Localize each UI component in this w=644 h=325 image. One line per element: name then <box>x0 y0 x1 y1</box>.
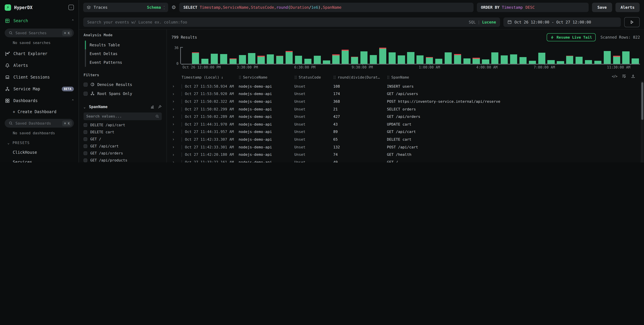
histogram-bar[interactable] <box>359 47 369 64</box>
preset-clickhouse[interactable]: ClickHouse <box>0 147 78 157</box>
histogram-bar[interactable] <box>331 47 341 64</box>
expand-row-icon[interactable]: › <box>172 145 182 149</box>
table-row[interactable]: › Oct 27 11:44:31.957 AM nodejs-demo-api… <box>172 128 640 136</box>
expand-row-icon[interactable]: › <box>172 99 182 104</box>
table-row[interactable]: › Oct 27 11:53:58.934 AM nodejs-demo-api… <box>172 83 640 90</box>
expand-row-icon[interactable]: › <box>172 92 182 96</box>
sidebar-item-client-sessions[interactable]: Client Sessions <box>0 71 78 83</box>
sidebar-item-alerts[interactable]: Alerts <box>0 60 78 71</box>
checkbox[interactable] <box>84 123 87 127</box>
event-search-input[interactable]: Search your events w/ Lucene ex. column:… <box>83 17 500 27</box>
checkbox[interactable] <box>84 130 87 134</box>
histogram-bar[interactable] <box>200 47 210 64</box>
resume-live-tail-button[interactable]: Resume Live Tail <box>547 33 596 41</box>
code-view-icon[interactable]: </> <box>612 74 617 78</box>
histogram-bar[interactable] <box>350 47 360 64</box>
histogram-bar[interactable] <box>294 47 303 64</box>
filter-value[interactable]: GET /api/products <box>84 157 162 163</box>
saved-dashboards-input[interactable]: Saved Dashboards ⌘ K <box>5 119 74 128</box>
histogram-bar[interactable] <box>256 47 266 64</box>
histogram-bar[interactable] <box>191 47 200 64</box>
histogram-bar[interactable] <box>500 47 509 64</box>
histogram-bar[interactable] <box>509 47 518 64</box>
filter-value[interactable]: DELETE /api/cart <box>84 122 162 129</box>
sidebar-item-search[interactable]: Search ⌃ <box>0 15 78 27</box>
histogram-bar[interactable] <box>369 47 378 64</box>
date-range-picker[interactable]: Oct 26 12:00:00 - Oct 27 12:00:00 <box>504 17 621 27</box>
filter-value[interactable]: GET /api/orders <box>84 150 162 157</box>
expand-row-icon[interactable]: › <box>172 137 182 142</box>
presets-toggle[interactable]: ⌄ PRESETS <box>0 138 78 147</box>
histogram-bar[interactable] <box>434 47 444 64</box>
expand-row-icon[interactable]: › <box>172 84 182 89</box>
table-row[interactable]: › Oct 27 11:44:31.970 AM nodejs-demo-api… <box>172 121 640 128</box>
sidebar-item-chart-explorer[interactable]: Chart Explorer <box>0 48 78 60</box>
drag-handle-icon[interactable] <box>333 75 336 79</box>
histogram-bar[interactable] <box>219 47 228 64</box>
histogram-bar[interactable] <box>453 47 462 64</box>
histogram-bar[interactable] <box>518 47 528 64</box>
histogram-bar[interactable] <box>528 47 537 64</box>
histogram-bar[interactable] <box>210 47 219 64</box>
column-header[interactable]: Timestamp (Local) ↓ <box>182 75 238 79</box>
table-row[interactable]: › Oct 27 11:33:22.161 AM nodejs-demo-api… <box>172 158 640 163</box>
histogram-bar[interactable] <box>341 47 350 64</box>
source-select[interactable]: Traces Schema ⌃⌄ <box>83 3 168 12</box>
histogram-bar[interactable] <box>584 47 593 64</box>
column-header[interactable]: ServiceName <box>238 75 294 79</box>
filter-value[interactable]: GET /api/cart <box>84 143 162 150</box>
histogram-bar[interactable] <box>546 47 556 64</box>
histogram-bar[interactable] <box>630 47 640 64</box>
analysis-mode-results-table[interactable]: Results Table <box>84 41 162 49</box>
histogram-bar[interactable] <box>574 47 584 64</box>
expand-row-icon[interactable]: › <box>172 122 182 127</box>
histogram-bar[interactable] <box>416 47 425 64</box>
events-histogram[interactable]: 36 0 <box>180 47 640 64</box>
histogram-bar[interactable] <box>444 47 453 64</box>
histogram-bar[interactable] <box>462 47 472 64</box>
order-by-input[interactable]: ORDER BY Timestamp DESC <box>477 3 589 12</box>
chart-icon[interactable] <box>150 105 154 109</box>
expand-row-icon[interactable]: › <box>172 114 182 119</box>
filter-value[interactable]: DELETE cart <box>84 129 162 136</box>
checkbox[interactable] <box>84 144 87 148</box>
histogram-bar[interactable] <box>182 47 191 64</box>
run-query-button[interactable] <box>624 17 640 27</box>
histogram-bar[interactable] <box>472 47 481 64</box>
toggle-denoise-results[interactable]: Denoise Results <box>84 80 162 89</box>
alerts-button[interactable]: Alerts <box>616 3 640 12</box>
histogram-bar[interactable] <box>565 47 574 64</box>
wrap-text-icon[interactable] <box>622 74 626 78</box>
toggle-root-spans-only[interactable]: Root Spans Only <box>84 89 162 98</box>
spanname-search-input[interactable]: Search values... <box>84 113 162 120</box>
histogram-bar[interactable] <box>612 47 621 64</box>
expand-row-icon[interactable]: › <box>172 107 182 112</box>
histogram-bar[interactable] <box>228 47 238 64</box>
table-row[interactable]: › Oct 27 11:53:58.920 AM nodejs-demo-api… <box>172 90 640 98</box>
sql-lucene-toggle[interactable]: SQL|Lucene <box>469 20 496 24</box>
save-button[interactable]: Save <box>592 3 612 12</box>
table-row[interactable]: › Oct 27 11:50:02.299 AM nodejs-demo-api… <box>172 105 640 113</box>
sort-desc-icon[interactable]: ↓ <box>221 75 223 79</box>
expand-row-icon[interactable]: › <box>172 160 182 163</box>
histogram-bar[interactable] <box>425 47 434 64</box>
checkbox[interactable] <box>84 137 87 141</box>
histogram-bar[interactable] <box>312 47 322 64</box>
pin-icon[interactable] <box>158 105 162 109</box>
column-header[interactable]: StatusCode <box>294 75 333 79</box>
column-header[interactable]: round(divide(Durat… <box>333 75 387 79</box>
checkbox[interactable] <box>84 92 88 96</box>
histogram-bar[interactable] <box>556 47 565 64</box>
histogram-bar[interactable] <box>378 47 388 64</box>
histogram-bar[interactable] <box>490 47 500 64</box>
histogram-bar[interactable] <box>238 47 247 64</box>
histogram-bar[interactable] <box>602 47 612 64</box>
histogram-bar[interactable] <box>621 47 630 64</box>
select-query-input[interactable]: SELECT Timestamp,ServiceName,StatusCode,… <box>179 3 474 12</box>
checkbox[interactable] <box>84 151 87 155</box>
table-row[interactable]: › Oct 27 11:42:33.301 AM nodejs-demo-api… <box>172 143 640 151</box>
table-row[interactable]: › Oct 27 11:50:02.322 AM nodejs-demo-api… <box>172 98 640 105</box>
filter-value[interactable]: GET / <box>84 136 162 143</box>
filter-group-spanname[interactable]: ⌄ SpanName <box>84 103 162 110</box>
histogram-bar[interactable] <box>275 47 284 64</box>
